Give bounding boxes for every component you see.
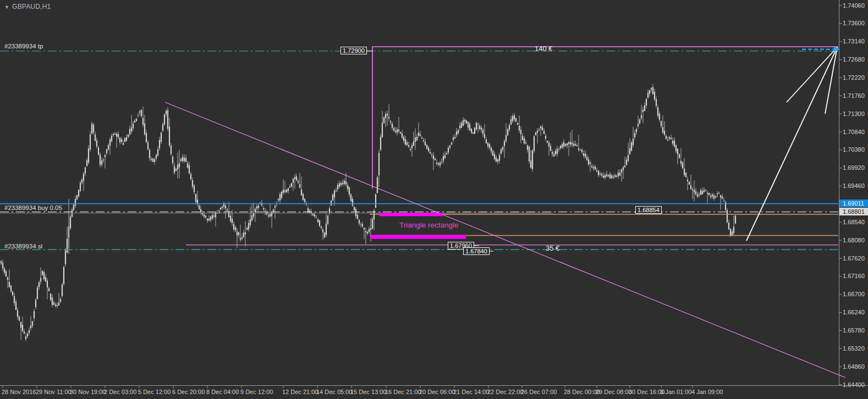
up-arrow-annotation[interactable]	[825, 47, 837, 114]
descending-trendline[interactable]	[165, 102, 845, 378]
candle-wicks	[1, 84, 735, 341]
up-arrow-annotation[interactable]	[787, 47, 837, 102]
mt4-chart-window[interactable]: ▼GBPAUD,H1 #23389934 tp #23389934 buy 0.…	[0, 0, 868, 399]
candlestick-chart[interactable]	[0, 0, 868, 399]
up-arrow-annotation[interactable]	[746, 47, 837, 241]
